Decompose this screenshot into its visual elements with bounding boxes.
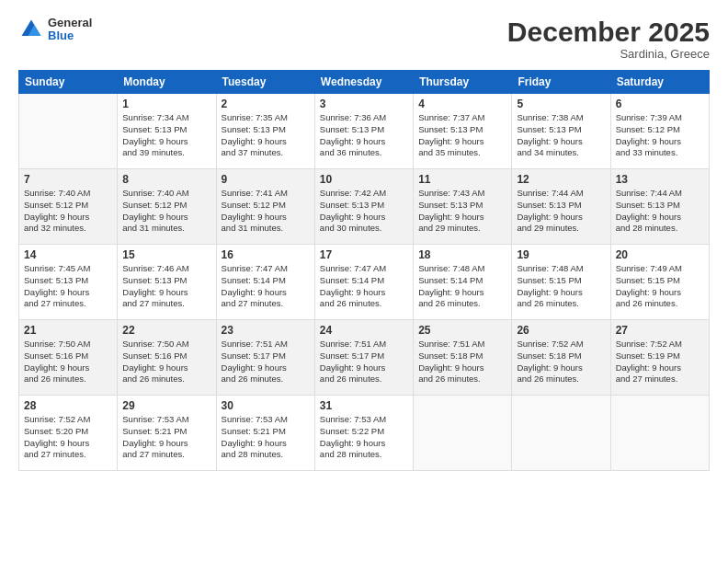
day-number: 5 [517, 98, 605, 110]
day-number: 7 [24, 173, 112, 186]
day-number: 13 [616, 173, 704, 186]
calendar-week-4: 21Sunrise: 7:50 AM Sunset: 5:16 PM Dayli… [19, 320, 710, 396]
day-info: Sunrise: 7:42 AM Sunset: 5:13 PM Dayligh… [320, 188, 408, 235]
day-number: 9 [222, 173, 310, 186]
calendar-cell: 31Sunrise: 7:53 AM Sunset: 5:22 PM Dayli… [314, 396, 413, 471]
day-info: Sunrise: 7:38 AM Sunset: 5:13 PM Dayligh… [517, 112, 605, 159]
calendar-cell: 17Sunrise: 7:47 AM Sunset: 5:14 PM Dayli… [314, 245, 413, 320]
page: General Blue December 2025 Sardinia, Gre… [0, 0, 728, 563]
calendar-cell: 18Sunrise: 7:48 AM Sunset: 5:14 PM Dayli… [414, 245, 512, 320]
calendar-cell: 23Sunrise: 7:51 AM Sunset: 5:17 PM Dayli… [216, 320, 314, 396]
day-number: 31 [320, 399, 408, 412]
calendar-cell: 21Sunrise: 7:50 AM Sunset: 5:16 PM Dayli… [19, 320, 118, 396]
calendar-table: SundayMondayTuesdayWednesdayThursdayFrid… [18, 70, 710, 471]
column-header-monday: Monday [118, 71, 216, 94]
day-number: 15 [122, 248, 210, 261]
calendar-cell [512, 396, 610, 471]
day-info: Sunrise: 7:49 AM Sunset: 5:15 PM Dayligh… [616, 263, 704, 310]
day-number: 6 [616, 98, 704, 110]
day-info: Sunrise: 7:53 AM Sunset: 5:22 PM Dayligh… [320, 414, 408, 461]
day-info: Sunrise: 7:45 AM Sunset: 5:13 PM Dayligh… [24, 263, 112, 310]
day-number: 16 [222, 248, 310, 261]
day-number: 25 [418, 324, 506, 337]
calendar-cell: 5Sunrise: 7:38 AM Sunset: 5:13 PM Daylig… [512, 94, 610, 169]
logo-general-text: General [48, 17, 92, 29]
calendar-cell: 30Sunrise: 7:53 AM Sunset: 5:21 PM Dayli… [216, 396, 314, 471]
calendar-cell: 7Sunrise: 7:40 AM Sunset: 5:12 PM Daylig… [19, 169, 118, 245]
day-info: Sunrise: 7:35 AM Sunset: 5:13 PM Dayligh… [222, 112, 310, 159]
day-info: Sunrise: 7:44 AM Sunset: 5:13 PM Dayligh… [616, 188, 704, 235]
day-info: Sunrise: 7:51 AM Sunset: 5:17 PM Dayligh… [222, 339, 310, 385]
day-number: 23 [222, 324, 310, 337]
day-number: 12 [517, 173, 605, 186]
calendar-cell: 28Sunrise: 7:52 AM Sunset: 5:20 PM Dayli… [19, 396, 118, 471]
calendar-cell: 14Sunrise: 7:45 AM Sunset: 5:13 PM Dayli… [19, 245, 118, 320]
day-info: Sunrise: 7:48 AM Sunset: 5:14 PM Dayligh… [418, 263, 506, 310]
day-number: 27 [616, 324, 704, 337]
day-number: 30 [222, 399, 310, 412]
day-number: 1 [122, 98, 210, 110]
day-info: Sunrise: 7:53 AM Sunset: 5:21 PM Dayligh… [222, 414, 310, 461]
logo-text: General Blue [48, 17, 92, 43]
calendar-week-5: 28Sunrise: 7:52 AM Sunset: 5:20 PM Dayli… [19, 396, 710, 471]
day-info: Sunrise: 7:46 AM Sunset: 5:13 PM Dayligh… [122, 263, 210, 310]
column-header-tuesday: Tuesday [216, 71, 314, 94]
calendar-cell [610, 396, 709, 471]
day-number: 20 [616, 248, 704, 261]
logo: General Blue [18, 17, 92, 43]
month-title: December 2025 [507, 17, 710, 47]
calendar-cell: 4Sunrise: 7:37 AM Sunset: 5:13 PM Daylig… [414, 94, 512, 169]
day-info: Sunrise: 7:34 AM Sunset: 5:13 PM Dayligh… [122, 112, 210, 159]
day-number: 26 [517, 324, 605, 337]
day-info: Sunrise: 7:47 AM Sunset: 5:14 PM Dayligh… [222, 263, 310, 310]
calendar-cell: 3Sunrise: 7:36 AM Sunset: 5:13 PM Daylig… [314, 94, 413, 169]
day-number: 17 [320, 248, 408, 261]
column-header-wednesday: Wednesday [314, 71, 413, 94]
day-number: 10 [320, 173, 408, 186]
calendar-cell: 8Sunrise: 7:40 AM Sunset: 5:12 PM Daylig… [118, 169, 216, 245]
day-info: Sunrise: 7:37 AM Sunset: 5:13 PM Dayligh… [418, 112, 506, 159]
calendar-cell: 6Sunrise: 7:39 AM Sunset: 5:12 PM Daylig… [610, 94, 709, 169]
calendar-cell: 15Sunrise: 7:46 AM Sunset: 5:13 PM Dayli… [118, 245, 216, 320]
calendar-cell: 10Sunrise: 7:42 AM Sunset: 5:13 PM Dayli… [314, 169, 413, 245]
calendar-cell: 9Sunrise: 7:41 AM Sunset: 5:12 PM Daylig… [216, 169, 314, 245]
day-number: 21 [24, 324, 112, 337]
day-number: 18 [418, 248, 506, 261]
calendar-cell: 19Sunrise: 7:48 AM Sunset: 5:15 PM Dayli… [512, 245, 610, 320]
location-subtitle: Sardinia, Greece [507, 47, 710, 61]
day-number: 29 [122, 399, 210, 412]
day-info: Sunrise: 7:50 AM Sunset: 5:16 PM Dayligh… [24, 339, 112, 385]
calendar-cell [19, 94, 118, 169]
day-info: Sunrise: 7:48 AM Sunset: 5:15 PM Dayligh… [517, 263, 605, 310]
calendar-week-1: 1Sunrise: 7:34 AM Sunset: 5:13 PM Daylig… [19, 94, 710, 169]
logo-icon [18, 17, 44, 42]
day-number: 28 [24, 399, 112, 412]
day-info: Sunrise: 7:44 AM Sunset: 5:13 PM Dayligh… [517, 188, 605, 235]
column-header-friday: Friday [512, 71, 610, 94]
calendar-header-row: SundayMondayTuesdayWednesdayThursdayFrid… [19, 71, 710, 94]
day-info: Sunrise: 7:51 AM Sunset: 5:18 PM Dayligh… [418, 339, 506, 385]
calendar-week-3: 14Sunrise: 7:45 AM Sunset: 5:13 PM Dayli… [19, 245, 710, 320]
day-number: 24 [320, 324, 408, 337]
day-number: 11 [418, 173, 506, 186]
calendar-cell [414, 396, 512, 471]
calendar-cell: 26Sunrise: 7:52 AM Sunset: 5:18 PM Dayli… [512, 320, 610, 396]
day-info: Sunrise: 7:53 AM Sunset: 5:21 PM Dayligh… [122, 414, 210, 461]
calendar-cell: 20Sunrise: 7:49 AM Sunset: 5:15 PM Dayli… [610, 245, 709, 320]
day-info: Sunrise: 7:51 AM Sunset: 5:17 PM Dayligh… [320, 339, 408, 385]
calendar-cell: 13Sunrise: 7:44 AM Sunset: 5:13 PM Dayli… [610, 169, 709, 245]
calendar-cell: 16Sunrise: 7:47 AM Sunset: 5:14 PM Dayli… [216, 245, 314, 320]
column-header-sunday: Sunday [19, 71, 118, 94]
day-number: 2 [222, 98, 310, 110]
day-info: Sunrise: 7:41 AM Sunset: 5:12 PM Dayligh… [222, 188, 310, 235]
calendar-body: 1Sunrise: 7:34 AM Sunset: 5:13 PM Daylig… [19, 94, 710, 471]
day-info: Sunrise: 7:43 AM Sunset: 5:13 PM Dayligh… [418, 188, 506, 235]
day-number: 3 [320, 98, 408, 110]
day-info: Sunrise: 7:52 AM Sunset: 5:20 PM Dayligh… [24, 414, 112, 461]
day-info: Sunrise: 7:40 AM Sunset: 5:12 PM Dayligh… [122, 188, 210, 235]
day-info: Sunrise: 7:47 AM Sunset: 5:14 PM Dayligh… [320, 263, 408, 310]
title-section: December 2025 Sardinia, Greece [507, 17, 710, 61]
day-info: Sunrise: 7:50 AM Sunset: 5:16 PM Dayligh… [122, 339, 210, 385]
calendar-cell: 29Sunrise: 7:53 AM Sunset: 5:21 PM Dayli… [118, 396, 216, 471]
day-info: Sunrise: 7:52 AM Sunset: 5:19 PM Dayligh… [616, 339, 704, 385]
